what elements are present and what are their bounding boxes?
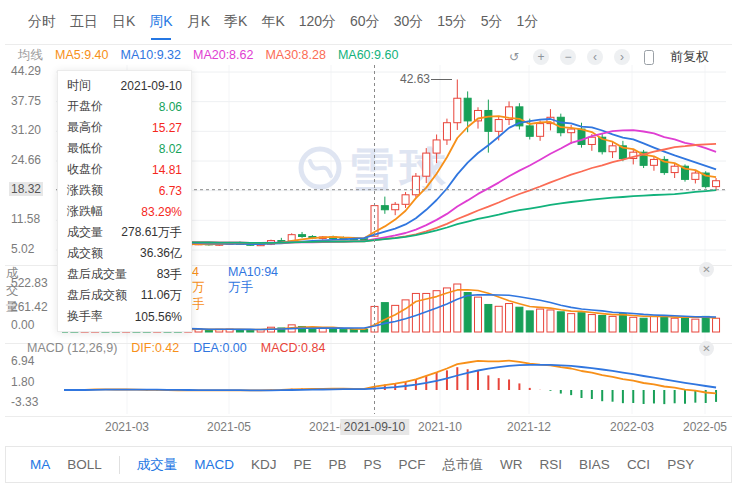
nav-tab-年K[interactable]: 年K: [261, 13, 284, 31]
tooltip-row: 涨跌幅83.29%: [58, 201, 191, 222]
tooltip-row-value: 14.81: [152, 163, 182, 177]
macd-axis-label: -3.33: [9, 395, 40, 409]
nav-tab-季K[interactable]: 季K: [224, 13, 247, 31]
x-axis-label: 2022-05: [683, 420, 727, 434]
tooltip-row-label: 最高价: [67, 119, 103, 136]
tooltip-row: 最高价15.27: [58, 117, 191, 138]
crosshair-price-badge: 18.32: [9, 182, 43, 196]
tooltip-row-value: 8.02: [159, 142, 182, 156]
x-axis-label: 2021-10: [418, 420, 462, 434]
x-axis-label: 2021-12: [507, 420, 551, 434]
tooltip-row-value: 2021-09-10: [121, 79, 182, 93]
ma-legend-item: MA60:9.60: [338, 48, 398, 62]
ma-legend-title: 均线: [18, 47, 43, 64]
tooltip-row-label: 收盘价: [67, 161, 103, 178]
tooltip-row-label: 涨跌幅: [67, 203, 103, 220]
nav-tab-5分[interactable]: 5分: [481, 13, 503, 31]
ma-legend-row: 均线 MA5:9.40MA10:9.32MA20:8.62MA30:8.28MA…: [5, 46, 398, 64]
phone-glyph: [644, 50, 654, 65]
macd-pane-header: MACD (12,26,9) DIF:0.42 DEA:0.00 MACD:0.…: [27, 341, 325, 357]
nav-tab-30分[interactable]: 30分: [394, 13, 424, 31]
tooltip-row-value: 15.27: [152, 121, 182, 135]
price-axis-label: 37.75: [9, 94, 43, 108]
tooltip-row-value: 83手: [157, 266, 182, 283]
high-annotation: 42.63: [390, 72, 430, 86]
tooltip-row: 时间2021-09-10: [58, 75, 191, 96]
adjust-mode-button[interactable]: 前复权: [670, 48, 709, 66]
macd-dea-label: DEA:0.00: [193, 341, 247, 357]
tooltip-row-value: 83.29%: [141, 205, 182, 219]
period-tabs: 分时五日日K周K月K季K年K120分60分30分15分5分1分: [28, 13, 538, 31]
tooltip-row: 成交额36.36亿: [58, 243, 191, 264]
chart-toolbar: ↺+−‹› 前复权: [506, 48, 709, 66]
tooltip-row-label: 涨跌额: [67, 182, 103, 199]
tooltip-row-label: 换手率: [67, 308, 103, 325]
price-axis-label: 24.66: [9, 153, 43, 167]
x-axis-label: 2021-03: [105, 420, 149, 434]
pan-right-icon[interactable]: ›: [614, 49, 630, 65]
volume-ma5-label: 4万手: [192, 265, 205, 313]
nav-tab-周K[interactable]: 周K: [149, 13, 172, 31]
tooltip-row-value: 36.36亿: [140, 245, 182, 262]
x-axis-label: 2022-03: [610, 420, 654, 434]
tooltip-row: 盘后成交量83手: [58, 264, 191, 285]
stock-chart-app: 分时五日日K周K月K季K年K120分60分30分15分5分1分 区间统计全屏显示…: [0, 0, 737, 488]
macd-axis-label: 1.80: [9, 375, 36, 389]
volume-ma10-label: MA10:94万手: [228, 265, 278, 296]
tooltip-row-label: 开盘价: [67, 98, 103, 115]
tooltip-row-value: 105.56%: [135, 310, 182, 324]
ma-legend-item: MA5:9.40: [55, 48, 109, 62]
tooltip-row: 涨跌额6.73: [58, 180, 191, 201]
tooltip-row-value: 6.73: [159, 184, 182, 198]
pan-left-icon[interactable]: ‹: [587, 49, 603, 65]
tooltip-row-label: 盘后成交额: [67, 287, 127, 304]
zoom-in-icon[interactable]: +: [533, 49, 549, 65]
nav-tab-月K[interactable]: 月K: [187, 13, 210, 31]
tooltip-row: 收盘价14.81: [58, 159, 191, 180]
tooltip-row-value: 8.06: [159, 100, 182, 114]
close-macd-pane-icon[interactable]: ✕: [699, 341, 714, 356]
nav-tab-1分[interactable]: 1分: [517, 13, 539, 31]
tooltip-row: 换手率105.56%: [58, 306, 191, 327]
ma-legend-item: MA20:8.62: [193, 48, 253, 62]
zoom-out-icon[interactable]: −: [560, 49, 576, 65]
tooltip-row: 成交量278.61万手: [58, 222, 191, 243]
price-axis-label: 44.29: [9, 64, 43, 78]
nav-tab-五日[interactable]: 五日: [70, 13, 98, 31]
tooltip-row-label: 时间: [67, 77, 91, 94]
nav-tab-分时[interactable]: 分时: [28, 13, 56, 31]
price-axis-label: 31.20: [9, 123, 43, 137]
period-tab-bar: 分时五日日K周K月K季K年K120分60分30分15分5分1分: [5, 0, 732, 45]
close-volume-pane-icon[interactable]: ✕: [699, 262, 714, 277]
reset-icon[interactable]: ↺: [506, 49, 522, 65]
macd-params-label: MACD (12,26,9): [27, 341, 117, 357]
ma-legend-item: MA30:8.28: [265, 48, 325, 62]
phone-icon[interactable]: [641, 49, 657, 65]
nav-tab-120分[interactable]: 120分: [299, 13, 336, 31]
volume-axis-label: 0.00: [9, 318, 36, 332]
price-axis-label: 5.02: [9, 242, 36, 256]
candle-info-tooltip: 时间2021-09-10开盘价8.06最高价15.27最低价8.02收盘价14.…: [57, 70, 192, 332]
tooltip-row-value: 278.61万手: [121, 224, 182, 241]
volume-pane-title: 成交量: [6, 265, 19, 316]
tooltip-row-label: 成交量: [67, 224, 103, 241]
tooltip-row-label: 盘后成交量: [67, 266, 127, 283]
x-axis-label: 2021-05: [207, 420, 251, 434]
nav-tab-15分[interactable]: 15分: [437, 13, 467, 31]
tooltip-row: 盘后成交额11.06万: [58, 285, 191, 306]
toolbar-icons: ↺+−‹›: [506, 49, 657, 65]
tooltip-row: 开盘价8.06: [58, 96, 191, 117]
ma-legend-items: MA5:9.40MA10:9.32MA20:8.62MA30:8.28MA60:…: [55, 48, 398, 62]
nav-tab-60分[interactable]: 60分: [350, 13, 380, 31]
tooltip-row-label: 成交额: [67, 245, 103, 262]
nav-tab-日K[interactable]: 日K: [112, 13, 135, 31]
crosshair-date-badge: 2021-09-10: [340, 419, 409, 435]
macd-dif-label: DIF:0.42: [131, 341, 179, 357]
price-axis-label: 11.58: [9, 212, 42, 226]
ma-legend-item: MA10:9.32: [121, 48, 181, 62]
tooltip-row: 最低价8.02: [58, 138, 191, 159]
tooltip-row-label: 最低价: [67, 140, 103, 157]
macd-value-label: MACD:0.84: [261, 341, 326, 357]
tooltip-row-value: 11.06万: [141, 287, 182, 304]
